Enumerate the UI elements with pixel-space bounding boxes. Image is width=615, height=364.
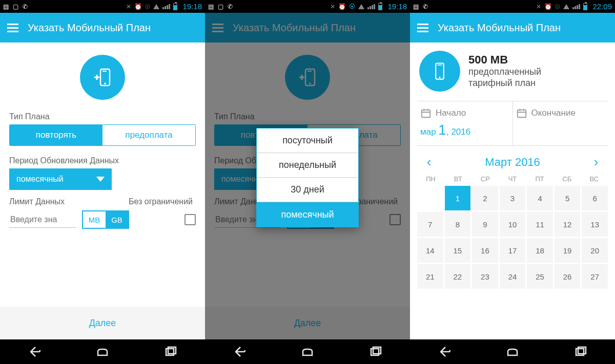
- period-label: Период Обновления Данных: [9, 156, 196, 165]
- calendar-day[interactable]: 9: [472, 212, 498, 237]
- svg-rect-17: [422, 110, 430, 118]
- battery-icon: [173, 3, 177, 10]
- calendar-day[interactable]: 14: [417, 238, 443, 263]
- unlimited-checkbox[interactable]: [184, 214, 196, 225]
- calendar-day[interactable]: 4: [527, 186, 553, 210]
- prev-month-button[interactable]: ‹: [420, 154, 438, 170]
- alarm-icon: ⏰: [134, 3, 142, 10]
- period-dropdown[interactable]: помесячный: [9, 168, 112, 190]
- plan-type-prepaid[interactable]: предоплата: [102, 125, 195, 145]
- status-bar: ▤ ✆ ✕ ⏰ ⦾ 22:09: [410, 0, 615, 13]
- calendar-day[interactable]: 19: [555, 238, 581, 263]
- network-icon: [563, 4, 569, 9]
- calendar-day[interactable]: 22: [445, 264, 471, 289]
- battery-icon: [583, 3, 587, 10]
- calendar-day[interactable]: 16: [472, 238, 498, 263]
- calendar-day[interactable]: 15: [445, 238, 471, 263]
- app-bar: Указать Мобильный План: [0, 13, 205, 42]
- calendar-day[interactable]: 1: [445, 186, 471, 210]
- battery-icon: [378, 3, 382, 10]
- next-button[interactable]: Далее: [205, 307, 410, 339]
- calendar-header: ‹ Март 2016 ›: [417, 146, 608, 175]
- app-bar: Указать Мобильный План: [410, 13, 615, 42]
- date-range: Начало мар 1, 2016 Окончание: [417, 101, 608, 146]
- app-title: Указать Мобильный План: [233, 22, 356, 34]
- calendar-day[interactable]: 2: [472, 186, 498, 210]
- calendar-day[interactable]: 5: [555, 186, 581, 210]
- start-month: мар: [420, 127, 436, 137]
- calendar-day[interactable]: 21: [417, 264, 443, 289]
- app-title: Указать Мобильный План: [438, 22, 561, 34]
- back-icon[interactable]: [28, 345, 41, 358]
- notification-icon: ▤: [413, 3, 419, 10]
- content-area: 500 MB предоплаченный тарифный план Нача…: [410, 42, 615, 339]
- calendar-day[interactable]: 25: [527, 264, 553, 289]
- period-option-weekly[interactable]: понедельный: [257, 153, 358, 178]
- calendar-day[interactable]: 27: [582, 264, 608, 289]
- next-button[interactable]: Далее: [0, 307, 205, 339]
- notification-icon: ▤: [3, 3, 9, 10]
- unit-gb[interactable]: GB: [106, 211, 128, 228]
- calendar-day[interactable]: 17: [500, 238, 526, 263]
- home-icon[interactable]: [506, 345, 519, 358]
- screen-plan-setup: ▤ ▢ ✆ ✕ ⏰ ⦾ 19:18 Указать Мобильный План: [0, 0, 205, 364]
- plan-type-label: Тип Плана: [214, 112, 401, 121]
- menu-button[interactable]: [417, 24, 428, 32]
- chevron-down-icon: [96, 177, 105, 182]
- unit-mb[interactable]: MB: [83, 211, 106, 228]
- calendar-day[interactable]: 8: [445, 212, 471, 237]
- menu-button[interactable]: [7, 24, 18, 32]
- unit-segment: MB GB: [82, 210, 129, 229]
- calendar-day[interactable]: 20: [582, 238, 608, 263]
- recent-icon[interactable]: [164, 345, 177, 358]
- recent-icon[interactable]: [369, 345, 382, 358]
- calendar-dow: ЧТ: [499, 175, 526, 183]
- calendar-day[interactable]: 18: [527, 238, 553, 263]
- app-bar: Указать Мобильный План: [205, 13, 410, 42]
- phone-icon: ✆: [423, 3, 428, 10]
- recent-icon[interactable]: [574, 345, 587, 358]
- calendar-day[interactable]: 26: [555, 264, 581, 289]
- calendar-icon: [420, 108, 432, 119]
- plan-type-repeat[interactable]: повторять: [10, 125, 102, 145]
- calendar-dow-row: ПНВТСРЧТПТСБВС: [417, 175, 608, 186]
- calendar-day[interactable]: 23: [472, 264, 498, 289]
- end-date-block[interactable]: Окончание: [512, 101, 608, 145]
- calendar-day[interactable]: 24: [500, 264, 526, 289]
- image-icon: ▢: [218, 3, 223, 10]
- back-icon[interactable]: [438, 345, 451, 358]
- calendar-day[interactable]: 13: [582, 212, 608, 237]
- plan-hero-icon: [285, 55, 330, 100]
- period-option-thirty[interactable]: 30 дней: [257, 178, 358, 202]
- period-option-monthly[interactable]: помесячный: [257, 202, 358, 227]
- back-icon[interactable]: [233, 345, 246, 358]
- calendar-icon: [516, 108, 527, 119]
- calendar-dow: СР: [471, 175, 499, 183]
- next-month-button[interactable]: ›: [587, 154, 605, 170]
- home-icon[interactable]: [301, 345, 314, 358]
- vibrate-icon: ✕: [536, 3, 541, 10]
- unlimited-checkbox[interactable]: [389, 214, 401, 225]
- calendar-day[interactable]: 6: [582, 186, 608, 210]
- plan-type-label: Тип Плана: [9, 112, 196, 121]
- signal-icon: [572, 4, 580, 9]
- start-date-block[interactable]: Начало мар 1, 2016: [417, 101, 512, 145]
- app-title: Указать Мобильный План: [28, 22, 151, 34]
- wifi-icon: ⦿: [349, 3, 355, 10]
- status-bar: ▤ ▢ ✆ ✕ ⏰ ⦾ 19:18: [0, 0, 205, 13]
- calendar-dow: ВС: [581, 175, 608, 183]
- start-label: Начало: [436, 108, 466, 118]
- status-time: 22:09: [592, 2, 612, 11]
- menu-button[interactable]: [212, 24, 223, 32]
- calendar-day[interactable]: 11: [527, 212, 553, 237]
- home-icon[interactable]: [96, 345, 109, 358]
- limit-input[interactable]: [9, 212, 76, 228]
- calendar-dow: СБ: [554, 175, 581, 183]
- calendar-day[interactable]: 12: [555, 212, 581, 237]
- period-option-daily[interactable]: посуточный: [257, 129, 358, 153]
- calendar-day[interactable]: 7: [417, 212, 443, 237]
- calendar-day[interactable]: 3: [500, 186, 526, 210]
- wifi-icon: ⦾: [555, 3, 560, 10]
- calendar-day[interactable]: 10: [500, 212, 526, 237]
- plan-desc-line1: предоплаченный: [468, 67, 541, 78]
